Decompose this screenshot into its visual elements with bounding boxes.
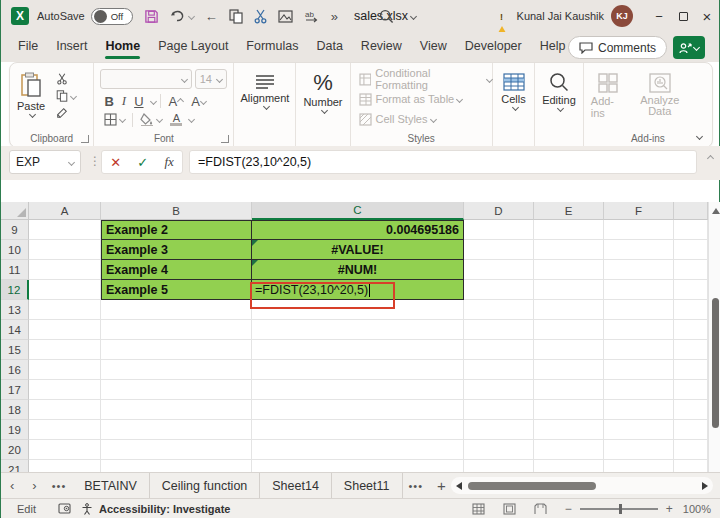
maximize-button[interactable] bbox=[671, 0, 695, 32]
formula-input[interactable]: =FDIST(23,10^20,5) bbox=[189, 150, 697, 174]
cell[interactable] bbox=[101, 380, 252, 400]
close-button[interactable]: × bbox=[695, 0, 719, 32]
cell[interactable] bbox=[252, 420, 464, 440]
cell[interactable] bbox=[29, 380, 101, 400]
cell[interactable] bbox=[674, 300, 708, 320]
enter-entry-button[interactable]: ✓ bbox=[137, 155, 148, 170]
row-header-15[interactable]: 15 bbox=[1, 340, 29, 360]
accessibility-status[interactable]: Accessibility: Investigate bbox=[99, 503, 230, 515]
cell-F10[interactable] bbox=[604, 240, 674, 260]
cell[interactable] bbox=[252, 320, 464, 340]
cell[interactable] bbox=[101, 300, 252, 320]
increase-font-button[interactable]: A bbox=[165, 93, 188, 110]
avatar[interactable]: KJ bbox=[611, 5, 633, 27]
format-painter-icon[interactable] bbox=[52, 106, 80, 120]
row-header-10[interactable]: 10 bbox=[1, 240, 29, 260]
name-box[interactable]: EXP bbox=[9, 150, 81, 174]
row-header-21[interactable]: 21 bbox=[1, 460, 29, 472]
normal-view-button[interactable] bbox=[472, 503, 485, 515]
cell[interactable] bbox=[534, 360, 604, 380]
cell[interactable] bbox=[29, 440, 101, 460]
name-box-splitter[interactable]: ⋮ bbox=[89, 154, 101, 168]
minimize-button[interactable]: − bbox=[647, 0, 671, 32]
zoom-out-button[interactable]: − bbox=[565, 502, 572, 516]
row-header-16[interactable]: 16 bbox=[1, 360, 29, 380]
row-header-17[interactable]: 17 bbox=[1, 380, 29, 400]
copy-icon[interactable] bbox=[52, 89, 80, 103]
back-arrow-icon[interactable]: ← bbox=[205, 9, 218, 24]
decrease-font-button[interactable]: A bbox=[187, 93, 210, 110]
sheet-next-arrow[interactable]: › bbox=[23, 478, 45, 493]
cell[interactable] bbox=[252, 380, 464, 400]
cell-F12[interactable] bbox=[604, 280, 674, 300]
cell-A11[interactable] bbox=[29, 260, 101, 280]
cell-B11[interactable]: Example 4 bbox=[101, 260, 252, 280]
cell[interactable] bbox=[534, 320, 604, 340]
cell[interactable] bbox=[604, 440, 674, 460]
column-header-e[interactable]: E bbox=[534, 202, 604, 220]
font-size-select[interactable]: 14 bbox=[195, 69, 228, 89]
cell-G12[interactable] bbox=[674, 280, 708, 300]
cell[interactable] bbox=[252, 360, 464, 380]
cell[interactable] bbox=[604, 340, 674, 360]
cell[interactable] bbox=[534, 300, 604, 320]
sheet-tab-ceiling-function[interactable]: Ceiling function bbox=[150, 473, 260, 498]
macro-record-icon[interactable] bbox=[58, 503, 71, 514]
scroll-right-arrow[interactable] bbox=[702, 482, 708, 490]
row-header-9[interactable]: 9 bbox=[1, 220, 29, 240]
cell-D12[interactable] bbox=[464, 280, 534, 300]
sheet-tab-sheet14[interactable]: Sheet14 bbox=[260, 473, 332, 498]
clipboard-dialog-launcher[interactable] bbox=[81, 135, 89, 143]
cell[interactable] bbox=[674, 320, 708, 340]
column-header-a[interactable]: A bbox=[29, 202, 101, 220]
autosave-toggle[interactable]: Off bbox=[91, 8, 133, 25]
undo-button[interactable] bbox=[170, 9, 194, 23]
replace-button[interactable]: ab bbox=[304, 9, 320, 23]
cell[interactable] bbox=[604, 360, 674, 380]
zoom-in-button[interactable]: + bbox=[666, 502, 673, 516]
comments-button[interactable]: Comments bbox=[568, 36, 667, 59]
share-button[interactable] bbox=[673, 36, 705, 59]
cell-C11[interactable]: #NUM! bbox=[252, 260, 464, 280]
cell[interactable] bbox=[29, 420, 101, 440]
tab-data[interactable]: Data bbox=[307, 33, 351, 61]
row-header-18[interactable]: 18 bbox=[1, 400, 29, 420]
tab-review[interactable]: Review bbox=[352, 33, 411, 61]
italic-button[interactable]: I bbox=[118, 92, 130, 110]
cell[interactable] bbox=[101, 440, 252, 460]
underline-button[interactable]: U bbox=[130, 93, 147, 110]
tab-page-layout[interactable]: Page Layout bbox=[149, 33, 237, 61]
alignment-button[interactable]: Alignment bbox=[234, 72, 295, 111]
number-button[interactable]: % Number bbox=[296, 70, 349, 115]
cell[interactable] bbox=[252, 460, 464, 472]
cell[interactable] bbox=[674, 400, 708, 420]
cell-D9[interactable] bbox=[464, 220, 534, 240]
vertical-scroll-thumb[interactable] bbox=[712, 298, 719, 428]
zoom-slider-thumb[interactable] bbox=[619, 504, 622, 514]
font-color-button[interactable]: A bbox=[166, 112, 186, 127]
row-header-14[interactable]: 14 bbox=[1, 320, 29, 340]
cell[interactable] bbox=[464, 340, 534, 360]
cell[interactable] bbox=[29, 360, 101, 380]
cell-G9[interactable] bbox=[674, 220, 708, 240]
vertical-scrollbar[interactable] bbox=[708, 202, 720, 472]
zoom-slider[interactable] bbox=[580, 508, 658, 510]
cell[interactable] bbox=[534, 400, 604, 420]
sheet-more-left-dots[interactable]: ••• bbox=[46, 480, 73, 492]
cell[interactable] bbox=[101, 460, 252, 472]
cell-B9[interactable]: Example 2 bbox=[101, 220, 252, 240]
cancel-entry-button[interactable]: ✕ bbox=[110, 155, 121, 170]
cell[interactable] bbox=[534, 340, 604, 360]
tab-view[interactable]: View bbox=[411, 33, 456, 61]
cell[interactable] bbox=[29, 460, 101, 472]
tab-developer[interactable]: Developer bbox=[456, 33, 531, 61]
cut-button[interactable] bbox=[254, 9, 267, 24]
cell[interactable] bbox=[464, 300, 534, 320]
cell[interactable] bbox=[464, 380, 534, 400]
cell[interactable] bbox=[29, 320, 101, 340]
cell[interactable] bbox=[101, 340, 252, 360]
cell[interactable] bbox=[464, 360, 534, 380]
cell[interactable] bbox=[29, 340, 101, 360]
sheet-more-right-dots[interactable]: ••• bbox=[403, 480, 430, 492]
cell-D10[interactable] bbox=[464, 240, 534, 260]
